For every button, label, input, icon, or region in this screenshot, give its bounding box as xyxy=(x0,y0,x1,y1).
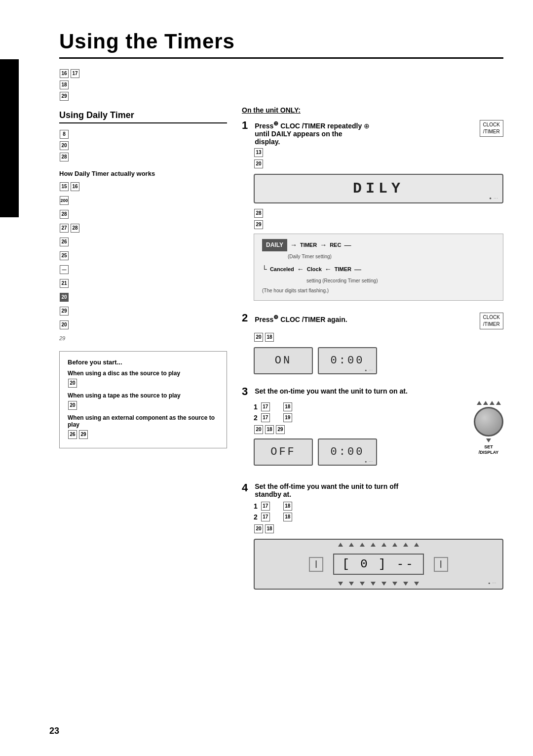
flow-row-2: └ Canceled ← Clock ← TIMER — xyxy=(262,263,495,276)
num-box: — xyxy=(60,265,69,274)
arrow-up xyxy=(496,401,501,405)
flow-daily: DAILY xyxy=(262,239,287,252)
step-1-text3: display. xyxy=(255,138,280,146)
step4-row2: 2 17 18 xyxy=(254,512,503,522)
works-items: 1516 200 28 2728 26 25 — 21 20 29 20 xyxy=(59,180,227,331)
num-box-highlight: 20 xyxy=(60,293,69,302)
step-1-text: Press⊕ CLOC /TIMER repeatedly xyxy=(255,122,362,130)
num-box: 16 xyxy=(71,182,79,191)
num-box: 21 xyxy=(60,279,69,288)
arrow-down xyxy=(414,582,419,586)
step1-num-row3: 28 xyxy=(254,208,503,218)
right-column: On the unit ONLY: 1 Press⊕ CLOC /TIMER r… xyxy=(242,106,503,601)
num-box: 8 xyxy=(60,130,69,139)
main-content: Using Daily Timer 8 20 28 How Daily Time… xyxy=(59,106,503,601)
step4-label1: 1 xyxy=(254,502,258,510)
num-box: 29 xyxy=(60,307,69,316)
step2-display-right: 0:00 ● ··· xyxy=(318,347,377,374)
flow-arrow: → xyxy=(290,239,297,251)
flow-canceled: Canceled xyxy=(270,265,294,275)
flow-arrow: — xyxy=(344,239,351,251)
num-box: 20 xyxy=(254,333,263,342)
item1-num: 20 xyxy=(68,378,219,388)
flow-rec: REC xyxy=(330,240,341,250)
step3-display-left: OFF xyxy=(254,438,313,466)
ref-num: 29 xyxy=(59,335,65,341)
step3-display-right-text: 0:00 xyxy=(331,446,365,458)
arrow-up xyxy=(490,401,495,405)
num-box: 20 xyxy=(60,320,69,329)
section-title: Using Daily Timer xyxy=(59,110,227,123)
arrow-up xyxy=(371,543,376,547)
step-2-text: Press⊕ CLOC /TIMER again. xyxy=(255,314,347,323)
arrow-down xyxy=(360,582,365,586)
step3-label1: 1 xyxy=(254,403,258,411)
step2-dual-display: ON 0:00 ● ··· xyxy=(254,347,503,374)
page-title: Using the Timers xyxy=(59,30,503,59)
step4-row1: 1 17 18 xyxy=(254,501,503,511)
step3-label2: 2 xyxy=(254,414,258,422)
num-box: 29 xyxy=(254,220,263,229)
arrow-up xyxy=(349,543,354,547)
step2-num-row: 20 18 xyxy=(254,332,503,342)
step-3-text: Set the on-time you want the unit to tur… xyxy=(255,387,408,395)
step2-display-left-text: ON xyxy=(275,355,292,367)
on-unit-label: On the unit ONLY: xyxy=(242,106,503,114)
num-box: 20 xyxy=(68,379,77,388)
left-column: Using Daily Timer 8 20 28 How Daily Time… xyxy=(59,106,227,601)
daily-display: D​​​I​​​L​​​Y ● ··· xyxy=(254,174,503,203)
num-box: 26 xyxy=(68,430,77,439)
daily-display-text: D​​​I​​​L​​​Y xyxy=(353,180,404,197)
step-1-text2: until DAILY appears on the xyxy=(255,130,342,138)
step4-dot-label: ● ··· xyxy=(488,581,496,585)
arrow-up xyxy=(483,401,488,405)
section-num-row: 8 xyxy=(59,129,227,139)
ref-note: 29 xyxy=(59,335,227,341)
flow-timer: TIMER xyxy=(300,240,317,250)
flow-note-3: (The hour digits start flashing.) xyxy=(262,286,495,295)
before-box: Before you start... When using a disc as… xyxy=(59,351,227,448)
step-4: 4 Set the off-time you want the unit to … xyxy=(242,482,503,590)
num-box: 26 xyxy=(60,238,69,246)
flow-arrow: — xyxy=(354,263,361,276)
num-box: 27 xyxy=(60,224,69,233)
section-num-row: 20 xyxy=(59,141,227,151)
num-box: 17 xyxy=(71,69,79,78)
flow-note-1: (Daily Timer setting) xyxy=(288,252,495,261)
flow-arrow: ← xyxy=(297,263,304,276)
num-box: 20 xyxy=(60,141,69,150)
step-4-text2: standby at. xyxy=(255,490,291,498)
step-4-text: Set the off-time you want the unit to tu… xyxy=(255,482,398,490)
step3-layout: 1 17 18 2 17 19 20 18 xyxy=(242,401,503,471)
clock-label-line2: /TIMER xyxy=(483,128,500,135)
step-3-number: 3 xyxy=(242,385,248,398)
step-4-number: 4 xyxy=(242,481,248,494)
num-box: 19 xyxy=(283,413,292,422)
clock-label2-line2: /TIMER xyxy=(483,321,500,328)
step4-label2: 2 xyxy=(254,513,258,521)
subsection-title: How Daily Timer actually works xyxy=(59,170,227,177)
knob-dial[interactable] xyxy=(474,407,503,437)
step4-up-arrows xyxy=(269,543,488,547)
step3-row2: 2 17 19 xyxy=(254,413,466,423)
arrow-up xyxy=(360,543,365,547)
item2-num: 20 xyxy=(68,400,219,410)
up-arrows xyxy=(477,401,501,405)
clock-label2-line1: CLOCK xyxy=(483,314,500,321)
header-section: Using the Timers xyxy=(59,30,503,59)
step-1-icon: ⊕ xyxy=(364,122,370,130)
arrow-up xyxy=(414,543,419,547)
num-box: 28 xyxy=(60,210,69,219)
step4-display: | [ 0 ] -- | xyxy=(254,539,503,590)
flow-note-2: setting (Recording Timer setting) xyxy=(306,277,495,285)
num-box: 18 xyxy=(283,502,292,511)
num-box: 20 xyxy=(254,159,263,168)
flow-arrow: └ xyxy=(262,263,267,276)
arrow-up xyxy=(381,543,386,547)
item2-label: When using a tape as the source to play xyxy=(68,392,219,399)
arrow-up xyxy=(392,543,397,547)
step4-display-text: [ 0 ] -- xyxy=(342,557,415,571)
arrow-up xyxy=(403,543,408,547)
step4-display-right-pipe: | xyxy=(434,557,449,572)
arrow-down xyxy=(338,582,343,586)
